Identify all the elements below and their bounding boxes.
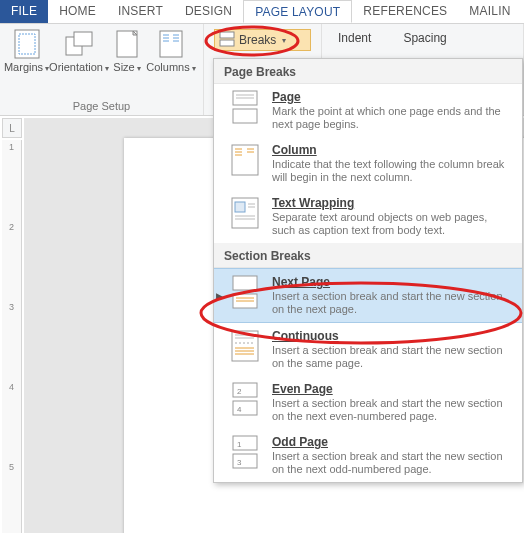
page-break-icon: [228, 90, 262, 124]
size-button[interactable]: Size▾: [109, 27, 145, 100]
odd-page-break-icon: 13: [228, 435, 262, 469]
tab-design[interactable]: DESIGN: [174, 0, 243, 23]
svg-rect-30: [233, 276, 257, 290]
break-column[interactable]: ColumnIndicate that the text following t…: [214, 137, 522, 190]
break-even-page[interactable]: 24 Even PageInsert a section break and s…: [214, 376, 522, 429]
orientation-button[interactable]: Orientation▾: [51, 27, 107, 100]
tab-mailings[interactable]: MAILIN: [458, 0, 521, 23]
next-page-break-icon: [228, 275, 262, 309]
tab-home[interactable]: HOME: [48, 0, 107, 23]
break-text-wrapping[interactable]: Text WrappingSeparate text around object…: [214, 190, 522, 243]
continuous-break-icon: [228, 329, 262, 363]
dropdown-section-section-breaks: Section Breaks: [214, 243, 522, 268]
ribbon-tabs: FILE HOME INSERT DESIGN PAGE LAYOUT REFE…: [0, 0, 524, 24]
selected-arrow-icon: ▶: [216, 291, 223, 301]
spacing-label: Spacing: [403, 31, 446, 45]
break-odd-page[interactable]: 13 Odd PageInsert a section break and st…: [214, 429, 522, 482]
column-break-icon: [228, 143, 262, 177]
margins-button[interactable]: Margins▾: [4, 27, 49, 100]
svg-text:3: 3: [237, 458, 242, 467]
vertical-ruler: 12345: [2, 140, 22, 533]
tab-insert[interactable]: INSERT: [107, 0, 174, 23]
break-continuous[interactable]: ContinuousInsert a section break and sta…: [214, 323, 522, 376]
svg-text:1: 1: [237, 440, 242, 449]
tab-page-layout[interactable]: PAGE LAYOUT: [243, 0, 352, 23]
even-page-break-icon: 24: [228, 382, 262, 416]
margins-icon: [12, 29, 42, 59]
breaks-dropdown: Page Breaks PageMark the point at which …: [213, 58, 523, 483]
svg-rect-13: [220, 40, 234, 46]
group-page-setup: Margins▾ Orientation▾ Size▾ Columns▾: [0, 24, 204, 115]
svg-rect-15: [233, 109, 257, 123]
breaks-icon: [219, 31, 235, 50]
svg-rect-25: [235, 202, 245, 212]
indent-label: Indent: [338, 31, 371, 45]
svg-text:2: 2: [237, 387, 242, 396]
group-label-page-setup: Page Setup: [4, 100, 199, 115]
break-page[interactable]: PageMark the point at which one page end…: [214, 84, 522, 137]
svg-rect-12: [220, 32, 234, 38]
break-next-page[interactable]: ▶ Next PageInsert a section break and st…: [214, 268, 522, 323]
svg-text:4: 4: [237, 405, 242, 414]
orientation-icon: [64, 29, 94, 59]
text-wrap-break-icon: [228, 196, 262, 230]
tab-references[interactable]: REFERENCES: [352, 0, 458, 23]
tab-file[interactable]: FILE: [0, 0, 48, 23]
breaks-button[interactable]: Breaks▾: [214, 29, 311, 51]
ruler-corner[interactable]: L: [2, 118, 22, 138]
dropdown-section-page-breaks: Page Breaks: [214, 59, 522, 84]
svg-rect-3: [74, 32, 92, 46]
columns-button[interactable]: Columns▾: [147, 27, 195, 100]
columns-icon: [156, 29, 186, 59]
size-icon: [112, 29, 142, 59]
